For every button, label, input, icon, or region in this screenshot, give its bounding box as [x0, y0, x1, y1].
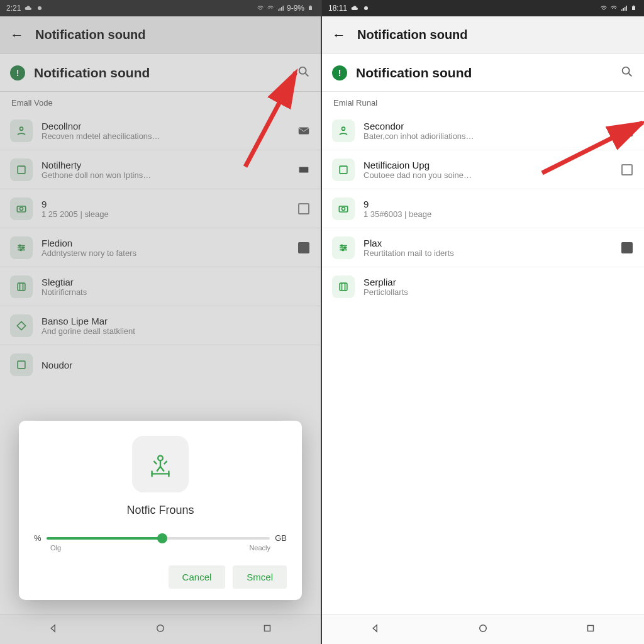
android-nav-bar	[322, 614, 644, 644]
status-bar: 2:21 9-9%	[0, 0, 321, 16]
svg-point-0	[38, 6, 42, 10]
checkbox[interactable]	[297, 241, 311, 255]
svg-point-15	[158, 456, 163, 461]
volume-figure-icon	[132, 436, 189, 492]
slider-right-unit: GB	[275, 533, 287, 543]
section-label: Emall Vode	[0, 92, 321, 111]
frame-icon	[10, 275, 33, 298]
list-item[interactable]: PlaxReurtitation mail to iderts	[322, 228, 644, 267]
row-title: Notilherty	[42, 160, 288, 170]
page-title: Notification sound	[35, 28, 146, 42]
volume-dialog: Notfic Frouns % GB Olg Neacly Cancel Smc…	[19, 421, 302, 600]
svg-point-4	[20, 127, 23, 130]
cancel-button[interactable]: Cancel	[169, 565, 226, 589]
app-header: ← Notification sound	[0, 16, 321, 54]
mail-icon	[297, 124, 311, 138]
mail-icon	[297, 163, 311, 177]
sliders-icon	[10, 236, 33, 259]
page-title: Notification sound	[357, 28, 468, 42]
sub-header: ! Notification sound	[0, 54, 321, 92]
signal-icon	[277, 4, 284, 12]
info-icon: !	[332, 65, 347, 80]
svg-point-19	[364, 6, 368, 10]
checkbox[interactable]	[620, 124, 634, 138]
hand-icon	[36, 4, 43, 12]
row-title: Slegtiar	[42, 277, 288, 287]
wifi-icon	[610, 4, 618, 12]
square-icon	[10, 353, 33, 376]
svg-rect-6	[18, 166, 25, 174]
cloud-icon	[351, 4, 358, 12]
sub-title: Notification sound	[356, 65, 611, 80]
back-icon[interactable]: ←	[332, 27, 346, 43]
row-subtitle: Reurtitation mail to iderts	[364, 248, 611, 258]
svg-point-17	[157, 625, 164, 631]
battery-icon	[307, 4, 314, 12]
list-item[interactable]: Banso Lipe MarAnd gorine deall statklien…	[0, 306, 321, 345]
camera-icon	[10, 197, 33, 220]
svg-rect-24	[340, 166, 347, 174]
svg-point-12	[20, 249, 22, 251]
sliders-icon	[332, 236, 355, 259]
svg-point-3	[299, 67, 306, 74]
status-time: 18:11	[328, 4, 347, 13]
row-title: Fledion	[42, 238, 288, 248]
list-item[interactable]: SerpliarPerticlollarts	[322, 267, 644, 306]
frame-icon	[332, 275, 355, 298]
checkbox[interactable]	[620, 241, 634, 255]
wifi-icon	[267, 4, 274, 12]
slider-left-unit: %	[34, 533, 42, 543]
slider-min-label: Olg	[50, 544, 61, 552]
svg-rect-14	[18, 361, 25, 369]
nav-recents-icon[interactable]	[262, 623, 273, 636]
status-bar: 18:11	[322, 0, 644, 16]
svg-rect-13	[18, 283, 25, 291]
sub-title: Notification sound	[34, 65, 288, 80]
svg-rect-18	[265, 625, 270, 631]
person-icon	[332, 119, 355, 142]
info-icon: !	[10, 65, 25, 80]
list-item[interactable]: NotilhertyGethone doll non won Iptins…	[0, 150, 321, 189]
search-icon[interactable]	[297, 65, 311, 81]
camera-icon	[332, 197, 355, 220]
row-title: Plax	[364, 238, 611, 248]
confirm-button[interactable]: Smcel	[233, 565, 287, 589]
row-subtitle: Gethone doll non won Iptins…	[42, 170, 288, 180]
list-item[interactable]: 91 25 2005 | sleage	[0, 189, 321, 228]
row-subtitle: Notirificrnats	[42, 287, 288, 297]
svg-point-9	[20, 207, 23, 210]
checkbox[interactable]	[297, 202, 311, 216]
row-subtitle: 1 35#6003 | beage	[364, 209, 611, 219]
slider-max-label: Neacly	[249, 544, 270, 552]
sub-header: ! Notification sound	[322, 54, 644, 92]
wifi-icon	[257, 4, 264, 12]
svg-point-26	[342, 207, 345, 210]
nav-home-icon[interactable]	[155, 623, 166, 636]
back-icon[interactable]: ←	[10, 27, 24, 43]
list-item[interactable]: DecollnorRecoven mdetel ahecilications…	[0, 111, 321, 150]
square-icon	[332, 158, 355, 181]
row-title: Netilficaion Upg	[364, 160, 611, 170]
row-title: Decollnor	[42, 121, 288, 131]
list-item[interactable]: Noudor	[0, 345, 321, 384]
svg-point-11	[22, 247, 24, 248]
nav-home-icon[interactable]	[477, 623, 489, 636]
svg-rect-33	[587, 625, 593, 631]
row-subtitle: Bater,con inhot adioriliations…	[364, 131, 611, 141]
volume-slider[interactable]	[47, 537, 270, 540]
list-item[interactable]: 91 35#6003 | beage	[322, 189, 644, 228]
search-icon[interactable]	[620, 65, 634, 81]
row-title: Serpliar	[364, 277, 611, 287]
checkbox[interactable]	[620, 163, 634, 177]
row-subtitle: 1 25 2005 | sleage	[42, 209, 288, 219]
nav-recents-icon[interactable]	[585, 623, 596, 636]
list-item[interactable]: SecondorBater,con inhot adioriliations…	[322, 111, 644, 150]
nav-back-icon[interactable]	[370, 623, 381, 636]
list-item[interactable]: Netilficaion UpgCoutoee dad non you soin…	[322, 150, 644, 189]
dialog-title: Notfic Frouns	[126, 504, 194, 517]
list-item[interactable]: FledionAddntysterw nory to faters	[0, 228, 321, 267]
nav-back-icon[interactable]	[48, 623, 59, 636]
square-icon	[10, 158, 33, 181]
list-item[interactable]: SlegtiarNotirificrnats	[0, 267, 321, 306]
svg-point-22	[623, 67, 630, 74]
